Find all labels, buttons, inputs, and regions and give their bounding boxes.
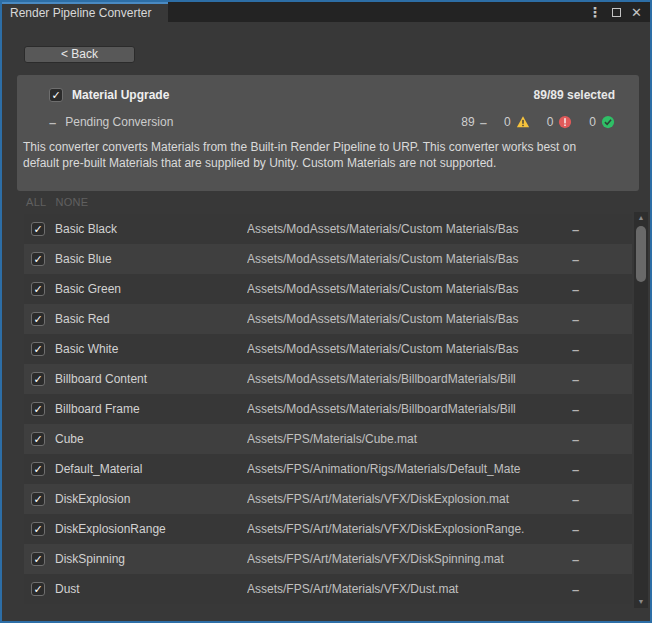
scroll-down-icon[interactable]: ▼ — [634, 596, 648, 608]
table-row[interactable]: ✓ Basic Green Assets/ModAssets/Materials… — [24, 274, 632, 304]
maximize-icon[interactable] — [612, 6, 621, 19]
row-checkbox[interactable]: ✓ — [31, 222, 45, 236]
table-row[interactable]: ✓ Billboard Content Assets/ModAssets/Mat… — [24, 364, 632, 394]
pending-dash-icon: – — [480, 116, 487, 129]
material-name: Basic Blue — [55, 252, 247, 266]
error-count: 0 — [547, 115, 554, 129]
back-button[interactable]: < Back — [24, 46, 135, 63]
material-path: Assets/FPS/Art/Materials/VFX/Dust.mat — [247, 582, 572, 596]
converter-title: Material Upgrade — [72, 88, 169, 102]
row-checkbox[interactable]: ✓ — [31, 252, 45, 266]
table-row[interactable]: ✓ Basic Black Assets/ModAssets/Materials… — [24, 214, 632, 244]
material-path: Assets/FPS/Art/Materials/VFX/DiskExplosi… — [247, 492, 572, 506]
material-name: Default_Material — [55, 462, 247, 476]
material-name: Billboard Content — [55, 372, 247, 386]
row-status-dash-icon: – — [572, 492, 632, 507]
pending-count: 89 — [461, 115, 474, 129]
check-icon: ✓ — [33, 554, 42, 565]
row-status-dash-icon: – — [572, 552, 632, 567]
table-row[interactable]: ✓ DiskSpinning Assets/FPS/Art/Materials/… — [24, 544, 632, 574]
table-row[interactable]: ✓ Basic White Assets/ModAssets/Materials… — [24, 334, 632, 364]
material-path: Assets/FPS/Materials/Cube.mat — [247, 432, 572, 446]
check-icon: ✓ — [33, 404, 42, 415]
scroll-up-icon[interactable]: ▲ — [634, 212, 648, 224]
material-path: Assets/ModAssets/Materials/Custom Materi… — [247, 252, 572, 266]
row-status-dash-icon: – — [572, 282, 632, 297]
row-checkbox[interactable]: ✓ — [31, 582, 45, 596]
table-row[interactable]: ✓ DiskExplosion Assets/FPS/Art/Materials… — [24, 484, 632, 514]
material-name: Basic White — [55, 342, 247, 356]
material-name: Basic Green — [55, 282, 247, 296]
list-scrollbar[interactable]: ▲ ▼ — [634, 212, 648, 608]
row-checkbox[interactable]: ✓ — [31, 372, 45, 386]
check-icon: ✓ — [33, 314, 42, 325]
row-status-dash-icon: – — [572, 402, 632, 417]
row-checkbox[interactable]: ✓ — [31, 462, 45, 476]
success-icon — [601, 115, 615, 129]
check-icon: ✓ — [33, 584, 42, 595]
table-row[interactable]: ✓ Dust Assets/FPS/Art/Materials/VFX/Dust… — [24, 574, 632, 604]
table-row[interactable]: ✓ Cube Assets/FPS/Materials/Cube.mat – — [24, 424, 632, 454]
row-checkbox[interactable]: ✓ — [31, 402, 45, 416]
material-name: Billboard Frame — [55, 402, 247, 416]
table-row[interactable]: ✓ DiskExplosionRange Assets/FPS/Art/Mate… — [24, 514, 632, 544]
window-menu-icon[interactable]: ⋮ — [588, 5, 602, 19]
converter-panel: ✓ Material Upgrade 89/89 selected – Pend… — [17, 75, 639, 191]
material-path: Assets/ModAssets/Materials/BillboardMate… — [247, 372, 572, 386]
check-icon: ✓ — [33, 524, 42, 535]
select-none-button[interactable]: NONE — [55, 196, 88, 208]
scroll-thumb[interactable] — [636, 226, 646, 282]
row-checkbox[interactable]: ✓ — [31, 342, 45, 356]
close-icon[interactable]: ✕ — [631, 6, 642, 19]
selection-links: ALL NONE — [26, 196, 88, 208]
row-checkbox[interactable]: ✓ — [31, 282, 45, 296]
warning-count: 0 — [504, 115, 511, 129]
check-icon: ✓ — [33, 464, 42, 475]
check-icon: ✓ — [33, 374, 42, 385]
check-icon: ✓ — [33, 494, 42, 505]
row-status-dash-icon: – — [572, 582, 632, 597]
row-status-dash-icon: – — [572, 342, 632, 357]
error-icon — [558, 115, 572, 129]
selected-summary: 89/89 selected — [534, 88, 615, 102]
render-pipeline-converter-window: Render Pipeline Converter ⋮ ✕ < Back ✓ M… — [0, 0, 652, 623]
check-icon: ✓ — [33, 254, 42, 265]
check-icon: ✓ — [33, 434, 42, 445]
pending-conversion-row[interactable]: – Pending Conversion 89 – 0 — [49, 115, 615, 129]
table-row[interactable]: ✓ Basic Blue Assets/ModAssets/Materials/… — [24, 244, 632, 274]
pending-stats: 89 – 0 0 — [461, 115, 615, 129]
material-path: Assets/FPS/Animation/Rigs/Materials/Defa… — [247, 462, 572, 476]
row-status-dash-icon: – — [572, 222, 632, 237]
row-checkbox[interactable]: ✓ — [31, 492, 45, 506]
table-row[interactable]: ✓ Basic Red Assets/ModAssets/Materials/C… — [24, 304, 632, 334]
material-path: Assets/ModAssets/Materials/Custom Materi… — [247, 282, 572, 296]
table-row[interactable]: ✓ Billboard Frame Assets/ModAssets/Mater… — [24, 394, 632, 424]
converter-header-row: ✓ Material Upgrade 89/89 selected — [49, 88, 615, 102]
material-path: Assets/ModAssets/Materials/Custom Materi… — [247, 342, 572, 356]
collapse-dash-icon: – — [49, 116, 56, 129]
row-status-dash-icon: – — [572, 432, 632, 447]
row-checkbox[interactable]: ✓ — [31, 522, 45, 536]
material-name: Basic Black — [55, 222, 247, 236]
row-checkbox[interactable]: ✓ — [31, 552, 45, 566]
warning-icon — [516, 115, 530, 129]
row-checkbox[interactable]: ✓ — [31, 432, 45, 446]
material-list: ✓ Basic Black Assets/ModAssets/Materials… — [24, 214, 632, 604]
window-content: < Back ✓ Material Upgrade 89/89 selected… — [2, 22, 650, 621]
converter-checkbox[interactable]: ✓ — [49, 88, 63, 102]
tab-render-pipeline-converter[interactable]: Render Pipeline Converter — [2, 2, 168, 22]
material-name: Cube — [55, 432, 247, 446]
select-all-button[interactable]: ALL — [26, 196, 46, 208]
row-checkbox[interactable]: ✓ — [31, 312, 45, 326]
check-icon: ✓ — [33, 224, 42, 235]
check-icon: ✓ — [51, 90, 60, 101]
scroll-track[interactable] — [634, 224, 648, 596]
row-status-dash-icon: – — [572, 462, 632, 477]
check-icon: ✓ — [33, 284, 42, 295]
table-row[interactable]: ✓ Default_Material Assets/FPS/Animation/… — [24, 454, 632, 484]
material-path: Assets/FPS/Art/Materials/VFX/DiskSpinnin… — [247, 552, 572, 566]
pending-conversion-label: Pending Conversion — [65, 115, 173, 129]
row-status-dash-icon: – — [572, 522, 632, 537]
material-name: Dust — [55, 582, 247, 596]
success-count: 0 — [589, 115, 596, 129]
